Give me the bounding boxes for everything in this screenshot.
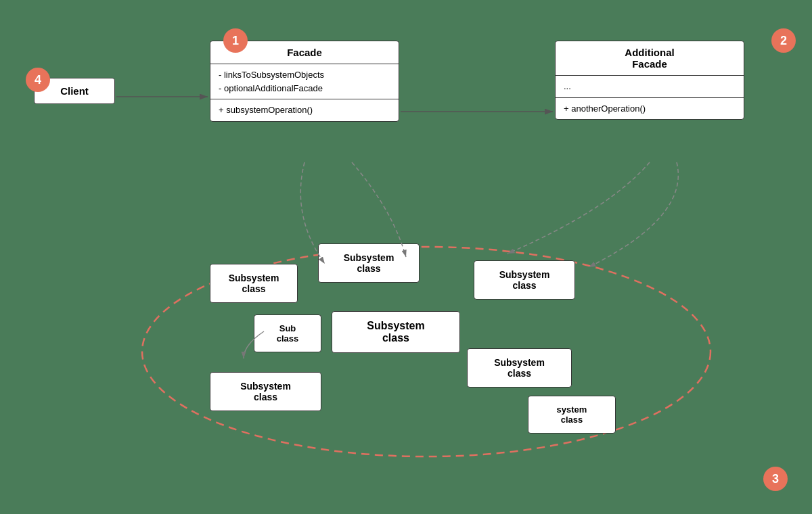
additional-facade-box: AdditionalFacade ... + anotherOperation(… bbox=[555, 41, 744, 120]
facade-box: Facade - linksToSubsystemObjects - optio… bbox=[210, 41, 399, 122]
subsystem-box-2: Subsystemclass bbox=[318, 243, 420, 283]
additional-facade-title: AdditionalFacade bbox=[556, 41, 744, 76]
additional-facade-method: + anotherOperation() bbox=[556, 98, 744, 120]
subsystem-box-4: Subclass bbox=[254, 314, 321, 352]
circle-2: 2 bbox=[771, 28, 796, 53]
subsystem-box-3: Subsystemclass bbox=[474, 260, 575, 300]
circle-4: 4 bbox=[26, 68, 50, 92]
facade-fields: - linksToSubsystemObjects - optionalAddi… bbox=[210, 64, 399, 99]
circle-1: 1 bbox=[223, 28, 248, 53]
subsystem-box-8: systemclass bbox=[528, 396, 616, 434]
subsystem-box-5: Subsystemclass bbox=[332, 311, 460, 353]
subsystem-box-6: Subsystemclass bbox=[210, 372, 321, 411]
circle-3: 3 bbox=[763, 467, 788, 491]
additional-facade-field: ... bbox=[556, 76, 744, 98]
subsystem-cloud: Subsystemclass Subsystemclass Subsystemc… bbox=[122, 223, 731, 467]
subsystem-box-1: Subsystemclass bbox=[210, 264, 298, 303]
diagram-container: 1 2 3 4 Client Facade - linksToSubsystem… bbox=[0, 0, 812, 514]
subsystem-box-7: Subsystemclass bbox=[467, 348, 572, 388]
facade-method: + subsystemOperation() bbox=[210, 99, 399, 121]
